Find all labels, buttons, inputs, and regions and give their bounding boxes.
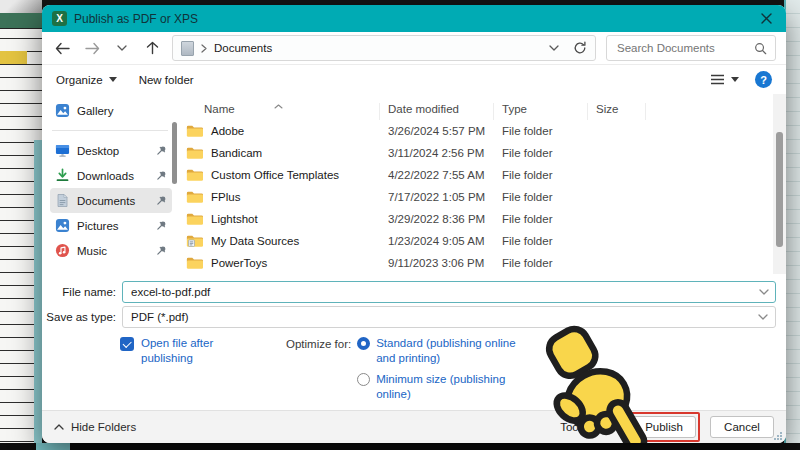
file-date: 7/17/2022 1:05 PM: [380, 191, 494, 203]
publish-button[interactable]: Publish: [632, 416, 696, 438]
desktop-icon: [55, 143, 70, 158]
file-row-custom-office-templates[interactable]: Custom Office Templates 4/22/2022 7:55 A…: [182, 164, 786, 186]
file-type: File folder: [494, 235, 588, 247]
sidebar-item-documents[interactable]: Documents: [50, 188, 172, 213]
breadcrumb[interactable]: Documents: [214, 42, 272, 54]
sidebar-item-desktop[interactable]: Desktop: [50, 138, 172, 163]
file-name-dropdown-icon[interactable]: [759, 289, 769, 295]
checkbox-checked-icon[interactable]: [120, 337, 134, 351]
tools-button[interactable]: Tools: [560, 421, 604, 433]
search-input[interactable]: [615, 41, 754, 55]
sidebar-item-pictures[interactable]: Pictures: [50, 213, 172, 238]
hide-folders-button[interactable]: Hide Folders: [54, 421, 136, 433]
file-row-my-data-sources[interactable]: My Data Sources 1/23/2024 9:05 AM File f…: [182, 230, 786, 252]
sidebar-divider: [52, 130, 168, 131]
column-header-date-modified[interactable]: Date modified: [380, 103, 494, 120]
sidebar-item-music[interactable]: Music: [50, 238, 172, 263]
file-row-bandicam[interactable]: Bandicam 3/11/2024 2:56 PM File folder: [182, 142, 786, 164]
sidebar-item-label: Music: [77, 245, 149, 257]
new-folder-button[interactable]: New folder: [139, 74, 194, 86]
up-button[interactable]: [142, 38, 162, 58]
file-row-fplus[interactable]: FPlus 7/17/2022 1:05 PM File folder: [182, 186, 786, 208]
file-date: 9/11/2023 3:06 PM: [380, 257, 494, 269]
pin-icon[interactable]: [156, 220, 167, 231]
pin-icon[interactable]: [156, 170, 167, 181]
file-date: 1/23/2024 9:05 AM: [380, 235, 494, 247]
sidebar-item-gallery[interactable]: Gallery: [50, 98, 172, 123]
documents-icon: [55, 193, 70, 208]
file-name-label: File name:: [42, 286, 116, 298]
organize-button[interactable]: Organize: [56, 74, 117, 86]
file-name: PowerToys: [211, 257, 267, 269]
sidebar-item-label: Pictures: [77, 220, 149, 232]
file-name: Adobe: [211, 125, 244, 137]
pin-icon[interactable]: [156, 145, 167, 156]
navigation-bar: Documents: [42, 32, 786, 65]
file-name: Bandicam: [211, 147, 262, 159]
file-date: 3/29/2022 8:36 PM: [380, 213, 494, 225]
file-name-input[interactable]: [122, 281, 776, 303]
hide-folders-label: Hide Folders: [71, 421, 136, 433]
radio-standard[interactable]: Standard (publishing online and printing…: [357, 336, 517, 366]
help-icon[interactable]: ?: [755, 71, 772, 88]
excel-corner: [0, 0, 42, 13]
column-header-name[interactable]: Name: [182, 103, 380, 120]
back-button[interactable]: [52, 38, 72, 58]
folder-icon: [186, 124, 203, 138]
column-header-size[interactable]: Size: [588, 103, 646, 120]
location-icon: [181, 41, 194, 56]
file-type: File folder: [494, 191, 588, 203]
view-options-button[interactable]: [710, 74, 739, 85]
radio-selected-icon[interactable]: [357, 337, 370, 350]
dialog-title: Publish as PDF or XPS: [74, 12, 198, 26]
file-row-lightshot[interactable]: Lightshot 3/29/2022 8:36 PM File folder: [182, 208, 786, 230]
downloads-icon: [55, 168, 70, 183]
gallery-icon: [55, 103, 70, 118]
cancel-button[interactable]: Cancel: [710, 416, 774, 438]
file-type: File folder: [494, 169, 588, 181]
forward-button[interactable]: [82, 38, 102, 58]
new-folder-label: New folder: [139, 74, 194, 86]
folder-icon: [186, 168, 203, 182]
save-as-type-label: Save as type:: [42, 311, 116, 323]
file-row-adobe[interactable]: Adobe 3/26/2024 5:57 PM File folder: [182, 120, 786, 142]
file-row-powertoys[interactable]: PowerToys 9/11/2023 3:06 PM File folder: [182, 252, 786, 274]
file-type: File folder: [494, 125, 588, 137]
navigation-pane: Gallery Desktop Downloads Documents: [42, 94, 174, 274]
sidebar-item-label: Documents: [77, 195, 149, 207]
address-bar[interactable]: Documents: [172, 35, 596, 61]
folder-icon: [186, 256, 203, 270]
refresh-icon[interactable]: [573, 41, 587, 55]
column-header-type[interactable]: Type: [494, 103, 588, 120]
file-list-scrollbar[interactable]: [773, 94, 786, 274]
view-dropdown-icon: [731, 77, 739, 82]
recent-locations-chevron-icon[interactable]: [112, 38, 132, 58]
tools-label: Tools: [560, 421, 587, 433]
sidebar-item-label: Gallery: [77, 105, 167, 117]
radio-minimum-size[interactable]: Minimum size (publishing online): [357, 372, 517, 402]
screen: X Publish as PDF or XPS Docume: [0, 0, 800, 450]
address-dropdown-chevron-icon[interactable]: [549, 45, 559, 51]
radio-unselected-icon[interactable]: [357, 373, 370, 386]
scrollbar-thumb[interactable]: [776, 132, 783, 247]
save-as-type-select[interactable]: PDF (*.pdf): [122, 306, 776, 328]
search-box[interactable]: [606, 35, 776, 61]
publish-highlight-box: Publish: [628, 412, 700, 442]
excel-green-cells: [0, 13, 42, 29]
file-name: Lightshot: [211, 213, 258, 225]
dialog-titlebar[interactable]: X Publish as PDF or XPS: [42, 5, 786, 32]
excel-right-background: [784, 0, 800, 450]
excel-yellow-cell: [0, 51, 27, 64]
file-date: 3/26/2024 5:57 PM: [380, 125, 494, 137]
pin-icon[interactable]: [156, 245, 167, 256]
column-label: Name: [204, 103, 235, 115]
sidebar-item-downloads[interactable]: Downloads: [50, 163, 172, 188]
chevron-up-icon: [54, 424, 64, 430]
close-icon[interactable]: [756, 9, 776, 29]
column-label: Date modified: [388, 103, 459, 115]
list-view-icon: [710, 74, 725, 85]
pin-icon[interactable]: [156, 195, 167, 206]
file-date: 3/11/2024 2:56 PM: [380, 147, 494, 159]
resize-grip[interactable]: [773, 431, 783, 441]
sidebar-item-label: Downloads: [77, 170, 149, 182]
